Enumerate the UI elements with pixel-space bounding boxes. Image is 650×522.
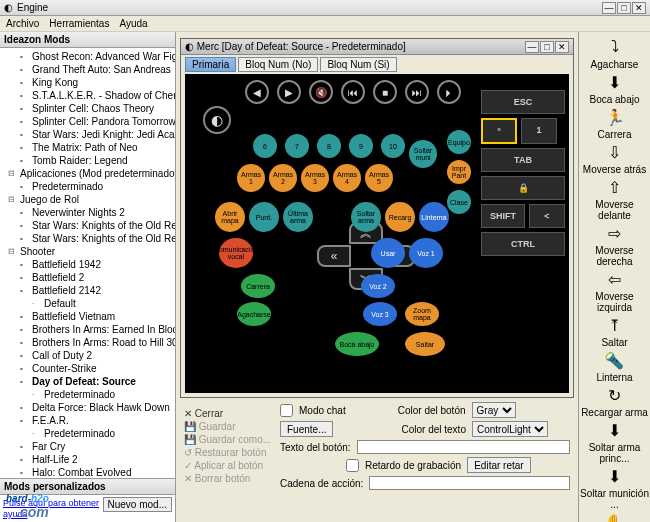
tree-item[interactable]: Call of Duty 2	[2, 349, 173, 362]
action-item[interactable]: ⇦Moverse izquirda	[579, 268, 650, 313]
child-maximize-icon[interactable]: □	[540, 41, 554, 53]
tree-item[interactable]: Ghost Recon: Advanced War Fighter	[2, 50, 173, 63]
tree-item[interactable]: Day of Defeat: Source	[2, 375, 173, 388]
menu-file[interactable]: Archivo	[6, 18, 39, 29]
tree-item[interactable]: Grand Theft Auto: San Andreas	[2, 63, 173, 76]
key-Comunicación-vocal[interactable]: Comunicación vocal	[219, 238, 253, 268]
key-Punt.[interactable]: Punt.	[249, 202, 279, 232]
menu-help[interactable]: Ayuda	[119, 18, 147, 29]
key-armas-4[interactable]: Armas 4	[333, 164, 361, 192]
tree-item[interactable]: Half-Life 2	[2, 453, 173, 466]
key-capslock[interactable]: 🔒	[481, 176, 565, 200]
delay-checkbox[interactable]	[346, 459, 359, 472]
tree-item[interactable]: S.T.A.L.K.E.R. - Shadow of Chernobyl	[2, 89, 173, 102]
tree-item[interactable]: Star Wars: Knights of the Old Republic	[2, 219, 173, 232]
tree-item[interactable]: Battlefield 2142	[2, 284, 173, 297]
minimize-icon[interactable]: —	[602, 2, 616, 14]
modochat-checkbox[interactable]	[280, 404, 293, 417]
action-item[interactable]: ⬇Soltar arma princ...	[579, 419, 650, 464]
tree-item[interactable]: Brothers In Arms: Earned In Blood	[2, 323, 173, 336]
tree-item[interactable]: The Matrix: Path of Neo	[2, 141, 173, 154]
btntext-input[interactable]	[357, 440, 570, 454]
key-clase[interactable]: Clase	[447, 190, 471, 214]
key-Carrera[interactable]: Carrera	[241, 274, 275, 298]
font-button[interactable]: Fuente...	[280, 421, 333, 437]
media-rewind-icon[interactable]: ⏮	[341, 80, 365, 104]
tree-item[interactable]: Predeterminado	[2, 388, 173, 401]
tab-numlock-on[interactable]: Bloq Num (Si)	[320, 57, 396, 72]
btncolor-select[interactable]: Gray	[472, 402, 516, 418]
action-item[interactable]: 🏃Carrera	[598, 106, 632, 140]
maximize-icon[interactable]: □	[617, 2, 631, 14]
txtcolor-select[interactable]: ControlLight	[472, 421, 548, 437]
chain-input[interactable]	[369, 476, 570, 490]
child-minimize-icon[interactable]: —	[525, 41, 539, 53]
tab-numlock-off[interactable]: Bloq Num (No)	[238, 57, 318, 72]
tree-item[interactable]: F.E.A.R.	[2, 414, 173, 427]
key-imprpant[interactable]: Impr Pant	[447, 160, 471, 184]
key-num-8[interactable]: 8	[317, 134, 341, 158]
tree-item[interactable]: Shooter	[2, 245, 173, 258]
close-icon[interactable]: ✕	[632, 2, 646, 14]
new-mod-button[interactable]: Nuevo mod...	[103, 497, 172, 512]
tree-item[interactable]: Tomb Raider: Legend	[2, 154, 173, 167]
action-item[interactable]: ✋Usar objeto	[589, 511, 640, 522]
editdelay-button[interactable]: Editar retar	[467, 457, 530, 473]
tree-item[interactable]: Brothers In Arms: Road to Hill 30	[2, 336, 173, 349]
action-item[interactable]: ⤒Saltar	[601, 314, 627, 348]
action-item[interactable]: ⇨Moverse derecha	[579, 222, 650, 267]
media-mute-icon[interactable]: 🔇	[309, 80, 333, 104]
key-Soltar-arma[interactable]: Soltar arma	[351, 202, 381, 232]
key-soltar-muni[interactable]: Soltar muni	[409, 140, 437, 168]
tree-item[interactable]: Aplicaciones (Mod predeterminado)	[2, 167, 173, 180]
key-armas-5[interactable]: Armas 5	[365, 164, 393, 192]
tree-item[interactable]: Predeterminado	[2, 427, 173, 440]
key-armas-1[interactable]: Armas 1	[237, 164, 265, 192]
media-next-icon[interactable]: ⏵	[437, 80, 461, 104]
key-Usar[interactable]: Usar	[371, 238, 405, 268]
key-Linterna[interactable]: Linterna	[419, 202, 449, 232]
tree-item[interactable]: Star Wars: Knights of the Old Republic	[2, 232, 173, 245]
action-item[interactable]: ↻Recargar arma	[581, 384, 648, 418]
key-tab[interactable]: TAB	[481, 148, 565, 172]
tree-item[interactable]: Default	[2, 297, 173, 310]
tree-item[interactable]: King Kong	[2, 76, 173, 89]
child-close-icon[interactable]: ✕	[555, 41, 569, 53]
tree-item[interactable]: Splinter Cell: Pandora Tomorrow	[2, 115, 173, 128]
action-item[interactable]: ⇧Moverse delante	[579, 176, 650, 221]
key-num-9[interactable]: 9	[349, 134, 373, 158]
key-lessthan[interactable]: <	[529, 204, 565, 228]
key-Recarg[interactable]: Recarg	[385, 202, 415, 232]
action-item[interactable]: ⤵Agacharse	[591, 36, 639, 70]
tree-item[interactable]: Halo: Combat Evolved	[2, 466, 173, 478]
tree-item[interactable]: Juego de Rol	[2, 193, 173, 206]
close-action[interactable]: ✕ Cerrar	[184, 408, 274, 419]
media-stop-icon[interactable]: ■	[373, 80, 397, 104]
key-1[interactable]: 1	[521, 118, 557, 144]
tree-item[interactable]: Neverwinter Nights 2	[2, 206, 173, 219]
key-num-7[interactable]: 7	[285, 134, 309, 158]
tree-item[interactable]: Counter-Strike	[2, 362, 173, 375]
media-play-icon[interactable]: ▶	[277, 80, 301, 104]
key-Agacharse[interactable]: Agacharse	[237, 302, 271, 326]
media-prev-icon[interactable]: ◀	[245, 80, 269, 104]
key-Última-arma[interactable]: Última arma	[283, 202, 313, 232]
key-Abrir-mapa[interactable]: Abrir mapa	[215, 202, 245, 232]
mods-tree[interactable]: Ghost Recon: Advanced War FighterGrand T…	[0, 48, 175, 478]
tree-item[interactable]: Battlefield 1942	[2, 258, 173, 271]
media-forward-icon[interactable]: ⏭	[405, 80, 429, 104]
tree-item[interactable]: Predeterminado	[2, 180, 173, 193]
key-Voz-2[interactable]: Voz 2	[361, 274, 395, 298]
dpad-left[interactable]: «	[317, 245, 351, 267]
action-item[interactable]: 🔦Linterna	[596, 349, 632, 383]
key-esc[interactable]: ESC	[481, 90, 565, 114]
action-item[interactable]: ⬇Soltar munición ...	[579, 465, 650, 510]
action-item[interactable]: ⇩Moverse atrás	[583, 141, 646, 175]
tree-item[interactable]: Far Cry	[2, 440, 173, 453]
menu-tools[interactable]: Herramientas	[49, 18, 109, 29]
key-ctrl[interactable]: CTRL	[481, 232, 565, 256]
tree-item[interactable]: Delta Force: Black Hawk Down	[2, 401, 173, 414]
key-boca-abajo[interactable]: Boca abajo	[335, 332, 379, 356]
key-Voz-3[interactable]: Voz 3	[363, 302, 397, 326]
action-item[interactable]: ⬇Boca abajo	[589, 71, 639, 105]
